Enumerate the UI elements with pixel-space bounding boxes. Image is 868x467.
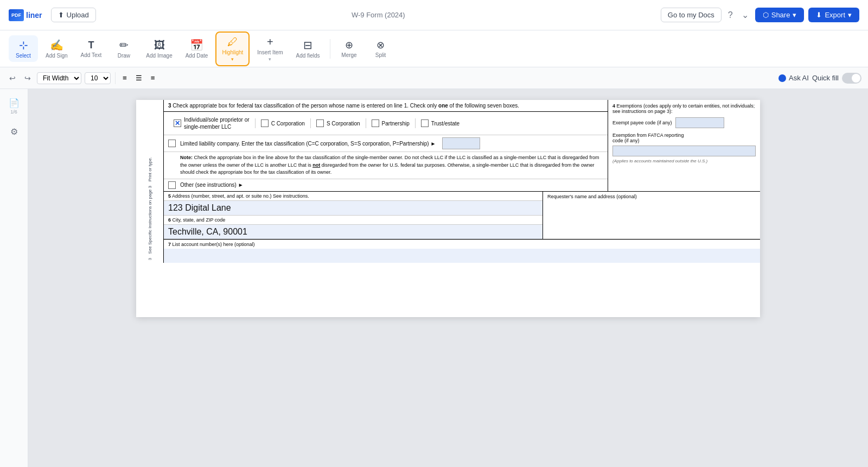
tool-add-sign[interactable]: ✍ Add Sign	[40, 35, 73, 62]
fit-width-select[interactable]: Fit Width Fit Page 100%	[37, 72, 81, 84]
highlight-icon: 🖊	[227, 36, 238, 48]
document-title: W-9 Form (2024)	[96, 11, 661, 19]
fatca-input[interactable]	[612, 146, 756, 156]
trust-checkbox[interactable]	[421, 119, 429, 127]
share-chevron-icon: ▾	[793, 11, 796, 19]
fatca-note: (Applies to accounts maintained outside …	[612, 159, 756, 163]
settings-button[interactable]: ⚙	[7, 123, 21, 140]
align-center-icon: ☰	[136, 74, 142, 82]
format-toolbar: ↩ ↪ Fit Width Fit Page 100% 10 12 14 16 …	[0, 67, 868, 89]
tool-split[interactable]: ⊗ Split	[366, 36, 395, 61]
help-button[interactable]: ?	[726, 8, 735, 22]
tool-highlight[interactable]: 🖊 Highlight ▾	[215, 31, 250, 66]
individual-checkbox[interactable]: ✕	[174, 119, 181, 127]
other-checkbox[interactable]	[168, 181, 176, 189]
settings-icon: ⚙	[10, 127, 18, 137]
specific-instructions-text: See Specific Instructions on page 3	[148, 186, 152, 254]
ask-ai-button[interactable]: Ask AI	[778, 74, 809, 82]
address-value[interactable]: 123 Digital Lane	[164, 201, 542, 215]
image-icon: 🖼	[154, 39, 165, 52]
s-corp-checkbox[interactable]	[316, 119, 324, 127]
llc-input[interactable]	[442, 137, 480, 149]
document-canvas: Print or type. See Specific Instructions…	[28, 89, 868, 467]
exemptions-section: 4 Exemptions (codes apply only to certai…	[608, 100, 760, 191]
form-page: Print or type. See Specific Instructions…	[136, 100, 760, 317]
cb-c-corp[interactable]: C Corporation	[255, 118, 310, 128]
individual-label: Individual/sole proprietor orsingle-memb…	[184, 116, 250, 130]
logo-icon: PDF	[9, 9, 24, 21]
share-button[interactable]: ⬡ Share ▾	[755, 8, 805, 22]
tool-select[interactable]: ⊹ Select	[9, 35, 38, 62]
align-left-button[interactable]: ≡	[120, 72, 130, 84]
address-right: Requester's name and address (optional)	[543, 192, 760, 239]
share-label: Share	[771, 11, 790, 19]
calendar-icon: 📅	[190, 39, 203, 52]
highlight-dropdown-icon: ▾	[231, 56, 234, 62]
toolbar2-divider	[115, 72, 116, 84]
section3-header: 3 Check appropriate box for federal tax …	[164, 100, 608, 112]
align-right-button[interactable]: ≡	[148, 72, 158, 84]
export-label: Export	[825, 11, 845, 19]
print-or-type-text: Print or type.	[148, 157, 152, 181]
font-size-select[interactable]: 10 12 14 16	[85, 72, 111, 84]
partnership-checkbox[interactable]	[372, 119, 379, 127]
left-sidebar: 📄 1/6 ⚙	[0, 89, 28, 467]
city-value[interactable]: Techville, CA, 90001	[164, 225, 542, 239]
align-center-button[interactable]: ☰	[133, 72, 145, 84]
cb-trust[interactable]: Trust/estate	[415, 118, 465, 128]
draw-icon: ✏	[119, 39, 129, 52]
header: PDF liner ⬆ Upload W-9 Form (2024) Go to…	[0, 0, 868, 30]
tool-insert-item[interactable]: + Insert Item ▾	[252, 33, 288, 65]
c-corp-checkbox[interactable]	[261, 119, 269, 127]
account-value[interactable]	[164, 249, 760, 263]
section3-header-text: 3 Check appropriate box for federal tax …	[168, 103, 519, 109]
llc-label: Limited liability company. Enter the tax…	[180, 141, 436, 147]
tool-add-date[interactable]: 📅 Add Date	[180, 35, 214, 62]
llc-checkbox[interactable]	[168, 140, 176, 147]
align-right-icon: ≡	[151, 74, 155, 82]
tool-add-fields-label: Add fields	[296, 53, 320, 59]
tool-insert-label: Insert Item	[257, 49, 283, 55]
exempt-payee-input[interactable]	[675, 117, 724, 128]
vertical-instructions: Print or type. See Specific Instructions…	[136, 100, 163, 317]
tool-merge[interactable]: ⊕ Merge	[335, 36, 364, 61]
tool-add-date-label: Add Date	[186, 53, 208, 59]
align-left-icon: ≡	[123, 74, 127, 82]
expand-button[interactable]: ⌄	[739, 8, 751, 22]
trust-label: Trust/estate	[431, 121, 459, 127]
share-icon: ⬡	[763, 11, 769, 19]
text-icon: T	[88, 40, 94, 51]
fields-icon: ⊟	[303, 39, 312, 52]
insert-dropdown-icon: ▾	[269, 56, 271, 62]
tool-draw[interactable]: ✏ Draw	[109, 35, 138, 62]
quick-fill-toggle[interactable]	[842, 73, 861, 84]
partnership-label: Partnership	[382, 121, 410, 127]
tool-add-text[interactable]: T Add Text	[75, 36, 107, 61]
other-row: Other (see instructions) ►	[164, 179, 608, 191]
upload-button[interactable]: ⬆ Upload	[51, 8, 96, 22]
insert-icon: +	[267, 36, 273, 48]
requester-label: Requester's name and address (optional)	[547, 194, 756, 199]
go-to-docs-button[interactable]: Go to my Docs	[661, 8, 722, 22]
tool-add-sign-label: Add Sign	[46, 53, 68, 59]
city-label: 6 City, state, and ZIP code	[164, 215, 542, 225]
toolbar-divider	[330, 39, 330, 59]
undo-button[interactable]: ↩	[7, 72, 18, 84]
redo-button[interactable]: ↪	[22, 72, 34, 84]
sign-icon: ✍	[50, 39, 63, 52]
document-pages-button[interactable]: 📄 1/6	[5, 94, 23, 118]
ai-dot-icon	[778, 74, 786, 82]
tool-add-fields[interactable]: ⊟ Add fields	[291, 35, 326, 62]
exemptions-title: 4 Exemptions (codes apply only to certai…	[612, 103, 756, 114]
logo-text: liner	[26, 11, 42, 20]
cb-individual[interactable]: ✕ Individual/sole proprietor orsingle-me…	[168, 115, 255, 131]
cb-s-corp[interactable]: S Corporation	[310, 118, 366, 128]
tool-add-image[interactable]: 🖼 Add Image	[141, 36, 177, 62]
tool-merge-label: Merge	[341, 52, 356, 58]
quick-fill-label: Quick fill	[812, 74, 839, 82]
export-button[interactable]: ⬇ Export ▾	[808, 8, 859, 22]
ask-ai-section: Ask AI Quick fill	[778, 73, 861, 84]
section3: 3 Check appropriate box for federal tax …	[164, 100, 760, 192]
cb-partnership[interactable]: Partnership	[366, 118, 415, 128]
logo: PDF liner	[9, 9, 42, 21]
